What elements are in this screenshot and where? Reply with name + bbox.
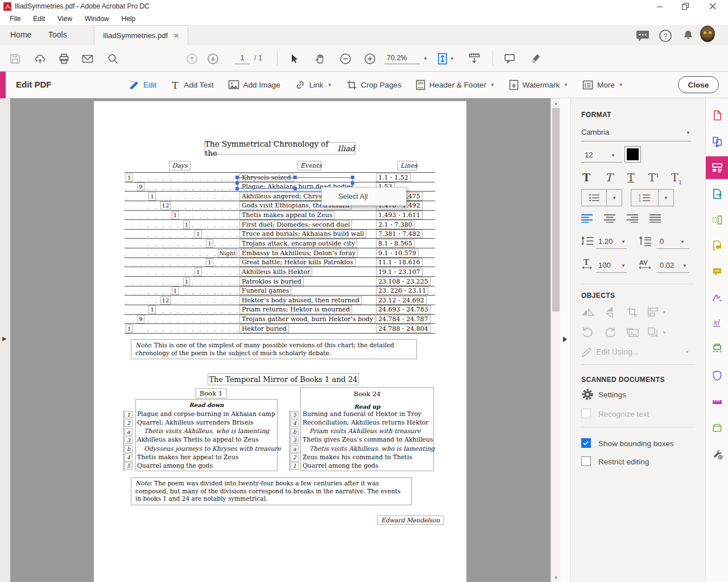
previous-page-icon[interactable]: [185, 52, 198, 65]
lines-cell[interactable]: 24.788 - 24.804: [376, 325, 431, 333]
scroll-up-icon[interactable]: ▲: [551, 98, 561, 107]
item-number[interactable]: 5: [125, 462, 133, 470]
edit-using-caret-icon[interactable]: ▼: [685, 350, 689, 355]
align-objects-caret-icon[interactable]: ▼: [662, 310, 667, 315]
add-text-button[interactable]: T Add Text: [171, 80, 213, 90]
item-number[interactable]: 3: [291, 436, 299, 444]
select-tool-icon[interactable]: [287, 52, 301, 65]
item-number[interactable]: a: [125, 428, 133, 436]
arrange-objects-caret-icon[interactable]: ▼: [662, 330, 667, 335]
zoom-level-input[interactable]: 70.2%: [384, 53, 420, 64]
book-item[interactable]: Reconciliation; Akhilleus returns Hektor: [303, 419, 428, 427]
event-cell[interactable]: Trojans gather wood, burn Hektor’s body: [239, 315, 375, 323]
item-number[interactable]: a: [291, 445, 299, 453]
hand-tool-icon[interactable]: [313, 52, 327, 65]
combine-files-icon[interactable]: [706, 132, 728, 151]
export-pdf-icon[interactable]: [706, 185, 728, 203]
horizontal-scale-caret-icon[interactable]: ▼: [621, 263, 626, 268]
day-cell[interactable]: 1: [172, 286, 179, 295]
collapse-right-panel-icon[interactable]: [563, 336, 567, 342]
add-tools-icon[interactable]: [706, 445, 728, 463]
close-window-button[interactable]: [703, 0, 722, 13]
paragraph-spacing-caret-icon[interactable]: ▼: [680, 239, 685, 244]
replace-image-button[interactable]: [626, 327, 639, 338]
restore-button[interactable]: [676, 0, 695, 13]
lines-cell[interactable]: 24.784 - 24.787: [376, 315, 431, 323]
day-cell[interactable]: 1: [126, 325, 133, 333]
event-cell[interactable]: Funeral games: [239, 286, 291, 295]
menu-item-window[interactable]: Window: [78, 14, 115, 24]
font-size-caret-icon[interactable]: ▼: [611, 153, 615, 158]
book-item[interactable]: Thetis visits Akhilleus, who is lamentin…: [309, 445, 435, 453]
day-cell[interactable]: 9: [137, 315, 144, 323]
event-cell[interactable]: Truce and burials; Akhaians build wall: [239, 230, 366, 238]
zoom-caret-icon[interactable]: ▼: [423, 56, 428, 61]
align-left-button[interactable]: [581, 214, 594, 223]
event-cell[interactable]: Thetis makes appeal to Zeus: [239, 211, 334, 219]
day-cell[interactable]: 1: [195, 230, 201, 238]
show-bounding-boxes-checkbox[interactable]: [581, 438, 591, 448]
book-item[interactable]: Thetis visits Akhilleus, who is lamentin…: [144, 427, 269, 435]
book-item[interactable]: Quarrel among the gods: [303, 462, 378, 470]
signature[interactable]: Edward Mendelson: [377, 516, 444, 525]
align-center-button[interactable]: [604, 214, 617, 223]
day-cell[interactable]: 1: [148, 192, 155, 201]
organize-pages-icon[interactable]: [706, 211, 728, 229]
page-number-input[interactable]: 1: [235, 53, 250, 64]
character-spacing-select[interactable]: 0.02: [660, 261, 674, 269]
numbered-list-caret-icon[interactable]: ▼: [658, 190, 673, 206]
comment-icon[interactable]: [706, 263, 728, 281]
watermark-button[interactable]: Watermark▼: [509, 80, 568, 90]
item-number[interactable]: 2: [125, 419, 133, 427]
item-number[interactable]: b: [291, 428, 299, 436]
menu-item-view[interactable]: View: [51, 14, 78, 24]
lines-cell[interactable]: 19.1 - 23.107: [376, 268, 423, 276]
header-footer-button[interactable]: Header & Footer▼: [416, 80, 495, 90]
underline-button[interactable]: T: [627, 171, 635, 184]
event-cell[interactable]: Great battle; Hektor kills Patroklos: [239, 258, 355, 267]
page-comment-icon[interactable]: [706, 236, 728, 255]
settings-gear-icon[interactable]: [581, 388, 594, 401]
upload-cloud-icon[interactable]: [33, 52, 47, 65]
lines-cell[interactable]: 2.1 - 7.380: [376, 221, 415, 229]
close-tab-icon[interactable]: ✕: [173, 32, 179, 40]
menu-item-help[interactable]: Help: [115, 14, 142, 24]
book-item[interactable]: Plague and corpse-burning in Akhaian cam…: [137, 410, 275, 418]
edit-using-button[interactable]: Edit Using...: [596, 347, 639, 356]
crop-pages-button[interactable]: Crop Pages: [346, 80, 402, 90]
day-cell[interactable]: 1: [148, 305, 155, 314]
book24-title[interactable]: Book 24: [300, 390, 434, 398]
lines-cell[interactable]: 23.108 - 23.225: [376, 277, 431, 286]
item-number[interactable]: 2: [291, 454, 299, 462]
column-header-days[interactable]: Days: [169, 161, 191, 171]
fit-page-icon[interactable]: [436, 52, 449, 65]
day-cell[interactable]: 1: [126, 173, 133, 182]
highlighter-icon[interactable]: [529, 52, 543, 65]
comment-tool-icon[interactable]: [503, 52, 516, 65]
item-number[interactable]: 4: [125, 454, 133, 462]
item-number[interactable]: 3: [125, 436, 133, 444]
zoom-out-icon[interactable]: [338, 52, 352, 65]
book-item[interactable]: Thetis gives Zeus’s command to Akhilleus: [303, 436, 433, 444]
expand-left-panel-icon[interactable]: ▶: [2, 335, 7, 342]
close-edit-button[interactable]: Close: [678, 76, 719, 93]
bullet-list-caret-icon[interactable]: ▼: [606, 190, 622, 206]
print-production-icon[interactable]: [706, 419, 728, 437]
item-number[interactable]: 1: [125, 411, 133, 419]
day-cell[interactable]: Night: [218, 249, 238, 257]
book1-title[interactable]: Book 1: [195, 388, 227, 398]
scroll-down-icon[interactable]: ▼: [551, 573, 561, 582]
book-item[interactable]: Thetis makes her appeal to Zeus: [137, 454, 238, 462]
menu-item-file[interactable]: File: [3, 14, 27, 24]
request-signatures-icon[interactable]: xl: [706, 314, 728, 332]
lines-cell[interactable]: 1.1 - 1.52: [376, 173, 411, 182]
book-item[interactable]: Zeus makes his command to Thetis: [303, 454, 412, 462]
line-spacing-caret-icon[interactable]: ▼: [621, 239, 626, 244]
paragraph-spacing-select[interactable]: 0: [660, 237, 664, 246]
lines-cell[interactable]: 8.1 - 8.565: [376, 239, 415, 248]
fill-sign-icon[interactable]: [706, 288, 728, 306]
recognize-text-checkbox[interactable]: [581, 409, 591, 418]
zoom-in-icon[interactable]: [363, 52, 377, 65]
event-cell[interactable]: Hektor buried: [239, 325, 289, 333]
align-objects-button[interactable]: [647, 306, 660, 318]
